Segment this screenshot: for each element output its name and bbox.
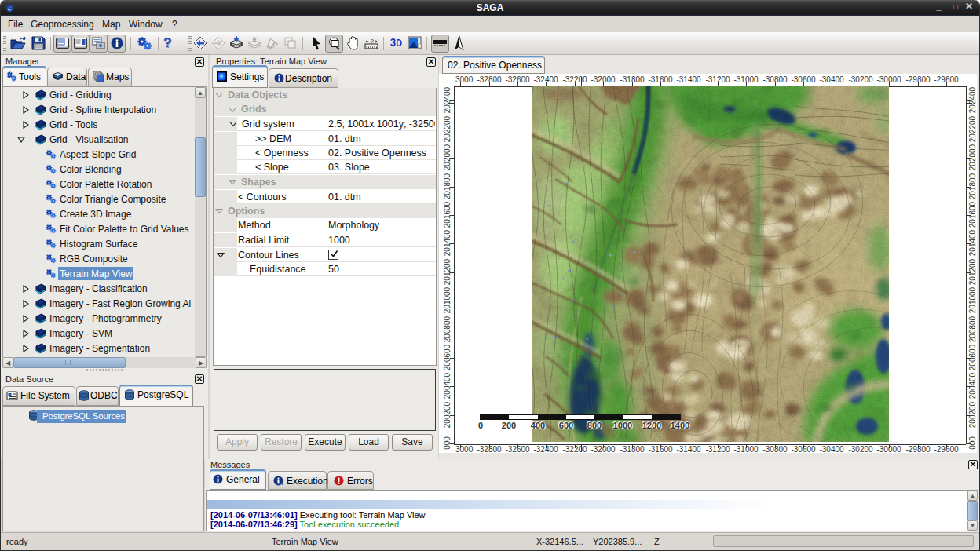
svg-text:?: ? xyxy=(371,38,375,45)
